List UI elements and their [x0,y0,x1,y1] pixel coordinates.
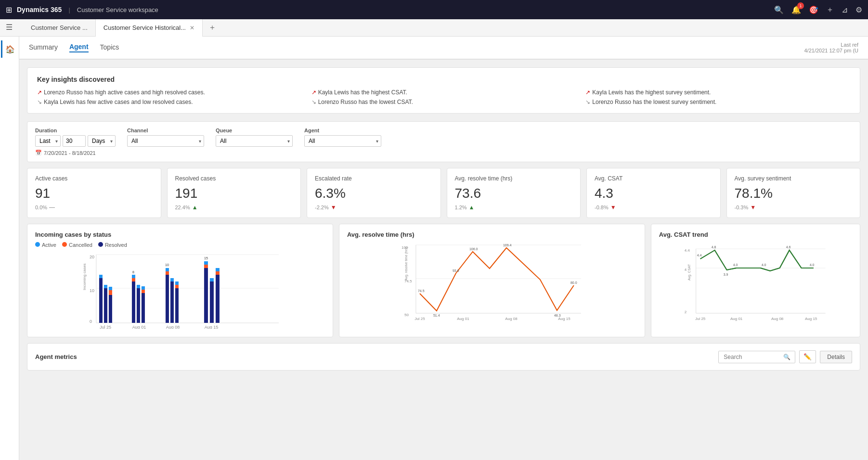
filter-queue-label: Queue [216,128,293,133]
filter-channel-select[interactable]: All [127,135,204,147]
metric-avg-survey-sentiment: Avg. survey sentiment 78.1% -0.3% ▼ [726,168,861,218]
metric-avg-resolve-time-change: 1.2% ▲ [455,204,573,211]
svg-rect-28 [170,281,174,323]
tab-customer-service[interactable]: Customer Service ... [23,19,96,37]
svg-rect-7 [99,278,103,323]
filter-queue: Queue All [216,128,293,147]
change-text: 0.0% [35,204,47,210]
details-button[interactable]: Details [820,351,852,363]
last-refresh-value: 4/21/2021 12:07 pm (U [804,48,858,53]
svg-text:Incoming cases: Incoming cases [82,263,87,290]
agent-metrics-section: Agent metrics 🔍 ✏️ Details [27,343,860,371]
svg-rect-41 [216,268,220,271]
svg-rect-26 [166,268,169,271]
calendar-icon: 📅 [35,150,42,156]
sidebar: 🏠 [0,37,19,460]
svg-rect-11 [104,285,107,288]
tab-label: Customer Service Historical... [104,24,186,31]
filter-icon[interactable]: ⊿ [842,5,848,14]
filters-section: Duration Last Days [27,121,860,162]
svg-text:4.0: 4.0 [809,263,814,267]
svg-rect-24 [166,275,169,323]
search-input[interactable] [724,354,781,360]
tab-historical[interactable]: Customer Service Historical... ✕ [96,19,203,37]
metric-active-cases-title: Active cases [35,175,153,182]
svg-rect-21 [142,293,145,323]
legend-cancelled: Cancelled [62,242,92,248]
svg-text:4.0: 4.0 [733,263,738,267]
add-icon[interactable]: ＋ [826,5,834,15]
chart-avg-resolve-time: Avg. resolve time (hrs) 100 74.5 50 [339,224,645,337]
svg-rect-25 [166,271,169,275]
filter-queue-select[interactable]: All [216,135,293,147]
metric-resolved-cases: Resolved cases 191 22.4% ▲ [167,168,301,218]
page-tabs: Summary Agent Topics Last ref 4/21/2021 … [19,37,868,60]
search-icon[interactable]: 🔍 [774,5,784,14]
insights-grid: ↗ Lorenzo Russo has high active cases an… [37,89,850,105]
change-text: -0.3% [735,204,749,210]
filter-number-input[interactable] [63,135,86,147]
insight-arrow-1: ↘ [37,99,42,105]
metric-avg-resolve-time: Avg. resolve time (hrs) 73.6 1.2% ▲ [447,168,581,218]
content-area: Key insights discovered ↗ Lorenzo Russo … [19,60,868,378]
metric-escalated-rate: Escalated rate 6.3% -2.2% ▼ [307,168,441,218]
svg-text:14: 14 [99,270,103,274]
notifications-icon[interactable]: 🔔 1 [791,5,801,14]
filter-channel-wrap: All [127,135,204,147]
metric-escalated-rate-title: Escalated rate [315,175,433,182]
metric-avg-csat-change: -0.8% ▼ [595,204,713,211]
svg-text:74.5: 74.5 [418,289,425,293]
svg-rect-30 [175,288,179,323]
svg-rect-12 [109,295,112,323]
tab-topics[interactable]: Topics [100,43,119,52]
svg-text:Aug 01: Aug 01 [730,317,743,321]
svg-rect-37 [210,281,214,323]
svg-text:4.0: 4.0 [761,263,766,267]
change-text: -0.8% [595,204,609,210]
legend-resolved: Resolved [98,242,127,248]
svg-rect-15 [132,281,135,323]
svg-text:4.4: 4.4 [697,254,701,257]
svg-text:Avg. CSAT: Avg. CSAT [687,264,691,281]
svg-text:8: 8 [132,270,134,274]
filter-agent-select[interactable]: All [304,135,381,147]
svg-rect-38 [210,278,214,281]
insight-arrow-5: ↘ [585,99,590,105]
svg-rect-14 [109,287,112,290]
svg-text:Aug 15: Aug 15 [205,325,219,329]
filter-unit-select[interactable]: Days [88,135,116,147]
insight-arrow-3: ↘ [311,99,316,105]
svg-text:Aug 15: Aug 15 [805,317,817,321]
search-box[interactable]: 🔍 [718,351,795,363]
search-icon: 🔍 [783,354,790,360]
svg-rect-39 [216,275,220,323]
svg-rect-20 [137,285,140,288]
svg-rect-35 [204,261,208,265]
tab-summary[interactable]: Summary [29,43,58,52]
metric-active-cases: Active cases 91 0.0% — [27,168,161,218]
svg-rect-29 [170,278,174,281]
add-tab-button[interactable]: ＋ [203,23,222,33]
svg-text:50: 50 [404,313,409,317]
last-refresh: Last ref 4/21/2021 12:07 pm (U [804,42,858,53]
settings-icon[interactable]: ⚙ [855,5,862,14]
sidebar-item-home[interactable]: 🏠 [1,40,18,58]
tab-agent[interactable]: Agent [69,43,89,52]
notification-badge: 1 [797,2,804,9]
svg-rect-16 [132,278,135,281]
trend-icon: ▼ [750,204,756,211]
tab-close-icon[interactable]: ✕ [190,25,194,31]
target-icon[interactable]: 🎯 [809,5,818,14]
filter-date-range: 📅 7/20/2021 - 8/18/2021 [35,150,852,156]
svg-rect-34 [204,265,208,268]
edit-icon-button[interactable]: ✏️ [799,350,816,363]
main-layout: 🏠 Summary Agent Topics Last ref 4/21/202… [0,37,868,460]
metric-resolved-cases-value: 191 [175,186,293,201]
hamburger-icon[interactable]: ☰ [6,23,13,32]
insight-text-5: Lorenzo Russo has the lowest survey sent… [592,99,716,105]
app-name: Dynamics 365 [17,6,62,13]
filter-duration-inputs: Last Days [35,135,116,147]
svg-rect-23 [142,286,145,290]
grid-menu-icon[interactable]: ⊞ [6,5,12,14]
filter-period-select[interactable]: Last [35,135,61,147]
